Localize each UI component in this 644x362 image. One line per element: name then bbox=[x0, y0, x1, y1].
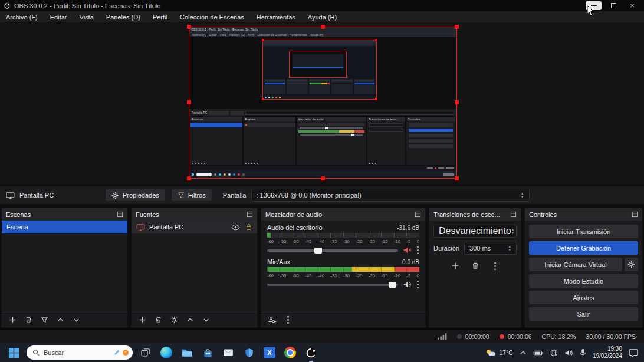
spinner-arrows-icon[interactable]: ▲▼ bbox=[511, 228, 514, 235]
properties-button[interactable]: Propiedades bbox=[105, 189, 166, 202]
source-item[interactable]: Pantalla PC bbox=[132, 221, 257, 233]
transition-select[interactable]: Desvanecimiento ▲▼ bbox=[433, 225, 517, 238]
remove-transition-button[interactable] bbox=[471, 261, 480, 271]
mini-capture-level-2 bbox=[262, 40, 377, 100]
resize-handle-w[interactable] bbox=[187, 100, 191, 104]
maximize-button[interactable] bbox=[604, 0, 623, 11]
stop-recording-button[interactable]: Detener Grabación bbox=[529, 241, 638, 255]
screen-select[interactable]: : 1366x768 @ 0,0 (Monitor principal) ▲▼ bbox=[251, 189, 530, 202]
mic-volume-slider[interactable] bbox=[267, 284, 398, 286]
close-button[interactable]: × bbox=[623, 0, 642, 11]
menu-editar[interactable]: Editar bbox=[50, 14, 67, 21]
network-globe-icon[interactable] bbox=[550, 349, 558, 357]
menu-coleccion-escenas[interactable]: Colección de Escenas bbox=[180, 14, 244, 21]
volume-icon[interactable] bbox=[564, 349, 573, 357]
scene-filters-button[interactable] bbox=[40, 315, 49, 325]
add-scene-button[interactable] bbox=[8, 315, 17, 325]
chrome-app-icon[interactable] bbox=[282, 345, 298, 360]
menu-vista[interactable]: Vista bbox=[80, 14, 94, 21]
battery-icon[interactable] bbox=[533, 350, 544, 356]
move-source-down-button[interactable] bbox=[201, 315, 211, 325]
popout-dock-icon[interactable] bbox=[415, 211, 421, 218]
spinner-arrows-icon[interactable]: ▲▼ bbox=[508, 245, 511, 252]
filters-button[interactable]: Filtros bbox=[171, 189, 212, 202]
resize-handle-ne[interactable] bbox=[455, 25, 459, 29]
menu-paneles[interactable]: Paneles (D) bbox=[106, 14, 140, 21]
visibility-eye-icon[interactable] bbox=[231, 224, 240, 231]
lock-icon[interactable] bbox=[245, 223, 252, 231]
taskbar-search[interactable]: Buscar bbox=[27, 345, 133, 360]
start-button[interactable] bbox=[6, 345, 21, 360]
resize-handle-n[interactable] bbox=[321, 25, 325, 29]
resize-handle-s[interactable] bbox=[321, 176, 325, 180]
microsoft-store-app-icon[interactable] bbox=[200, 345, 215, 360]
channel-menu-icon[interactable] bbox=[416, 246, 419, 255]
move-scene-up-button[interactable] bbox=[55, 315, 65, 325]
minimize-button[interactable] bbox=[586, 1, 602, 10]
edge-app-icon[interactable] bbox=[159, 345, 174, 360]
popout-dock-icon[interactable] bbox=[247, 211, 253, 218]
recording-status-dot bbox=[500, 334, 504, 339]
mixer-menu-icon[interactable] bbox=[283, 315, 293, 325]
duration-spinbox[interactable]: 300 ms ▲▼ bbox=[464, 242, 517, 255]
scene-item[interactable]: Escena bbox=[2, 221, 127, 233]
controls-panel: Controles Iniciar Transmisión Detener Gr… bbox=[524, 208, 643, 328]
popout-dock-icon[interactable] bbox=[117, 211, 123, 218]
move-scene-down-button[interactable] bbox=[71, 315, 81, 325]
notification-center-icon[interactable] bbox=[629, 348, 638, 357]
desktop-volume-slider[interactable] bbox=[267, 249, 398, 252]
windows-logo-icon bbox=[9, 348, 19, 358]
menu-herramientas[interactable]: Herramientas bbox=[257, 14, 295, 21]
add-source-button[interactable] bbox=[137, 315, 147, 325]
scenes-toolbar bbox=[2, 312, 127, 327]
speaker-icon[interactable] bbox=[403, 281, 412, 288]
remove-scene-button[interactable] bbox=[24, 315, 33, 325]
start-virtual-camera-button[interactable]: Iniciar Cámara Virtual bbox=[529, 258, 622, 271]
channel-menu-icon[interactable] bbox=[416, 280, 419, 289]
mail-app-icon[interactable] bbox=[221, 345, 236, 360]
studio-mode-button[interactable]: Modo Estudio bbox=[529, 274, 638, 288]
defender-app-icon[interactable] bbox=[241, 345, 257, 360]
mic-level-value: 0.0 dB bbox=[402, 259, 419, 265]
preview-canvas[interactable]: OBS 30.0.2 - Perfil: Sin Título - Escena… bbox=[0, 22, 644, 186]
preview-capture-source[interactable]: OBS 30.0.2 - Perfil: Sin Título - Escena… bbox=[189, 27, 457, 179]
start-streaming-button[interactable]: Iniciar Transmisión bbox=[529, 225, 638, 238]
resize-handle-nw[interactable] bbox=[187, 25, 191, 29]
source-properties-button[interactable] bbox=[169, 315, 179, 325]
microphone-icon[interactable] bbox=[580, 348, 586, 357]
fps-counter: 30.00 / 30.00 FPS bbox=[586, 333, 636, 340]
transition-menu-icon[interactable] bbox=[491, 261, 500, 271]
tray-overflow-chevron-icon[interactable] bbox=[520, 350, 527, 355]
menu-archivo[interactable]: Archivo (F) bbox=[6, 14, 38, 21]
task-view-button[interactable] bbox=[138, 345, 153, 360]
remove-source-button[interactable] bbox=[153, 315, 163, 325]
office-app-icon[interactable]: X bbox=[262, 345, 277, 360]
search-icon bbox=[32, 349, 40, 356]
menu-perfil[interactable]: Perfil bbox=[153, 14, 167, 21]
mute-speaker-icon[interactable] bbox=[403, 246, 412, 254]
slider-handle[interactable] bbox=[389, 282, 396, 288]
settings-button[interactable]: Ajustes bbox=[529, 291, 638, 304]
popout-dock-icon[interactable] bbox=[632, 211, 638, 218]
taskbar-clock[interactable]: 19:30 19/02/2024 bbox=[593, 345, 622, 360]
resize-handle-e[interactable] bbox=[455, 100, 459, 104]
mini-menubar: Archivo (F)Editar VistaPaneles (D) Perfi… bbox=[189, 32, 456, 37]
move-source-up-button[interactable] bbox=[185, 315, 195, 325]
mixer-toolbar bbox=[261, 312, 425, 327]
virtual-camera-config-button[interactable] bbox=[625, 258, 638, 271]
scenes-panel: Escenas Escena bbox=[1, 208, 128, 328]
resize-handle-se[interactable] bbox=[455, 176, 459, 180]
add-transition-button[interactable] bbox=[451, 261, 460, 271]
slider-handle[interactable] bbox=[314, 248, 322, 254]
menu-ayuda[interactable]: Ayuda (H) bbox=[308, 14, 337, 21]
resize-handle-sw[interactable] bbox=[187, 176, 191, 180]
spinner-arrows-icon[interactable]: ▲▼ bbox=[521, 192, 524, 199]
advanced-audio-button[interactable] bbox=[267, 315, 277, 325]
file-explorer-app-icon[interactable] bbox=[179, 345, 195, 360]
obs-app-icon[interactable] bbox=[303, 345, 318, 360]
popout-dock-icon[interactable] bbox=[510, 211, 517, 218]
exit-button[interactable]: Salir bbox=[529, 307, 638, 321]
weather-widget[interactable]: 17°C bbox=[485, 348, 512, 357]
source-toolbar: Pantalla PC Propiedades Filtros Pantalla… bbox=[0, 186, 644, 204]
meter-scale: -60-55-50 -45-40-35 -30-25-20 -15-10-5 0 bbox=[267, 239, 419, 244]
